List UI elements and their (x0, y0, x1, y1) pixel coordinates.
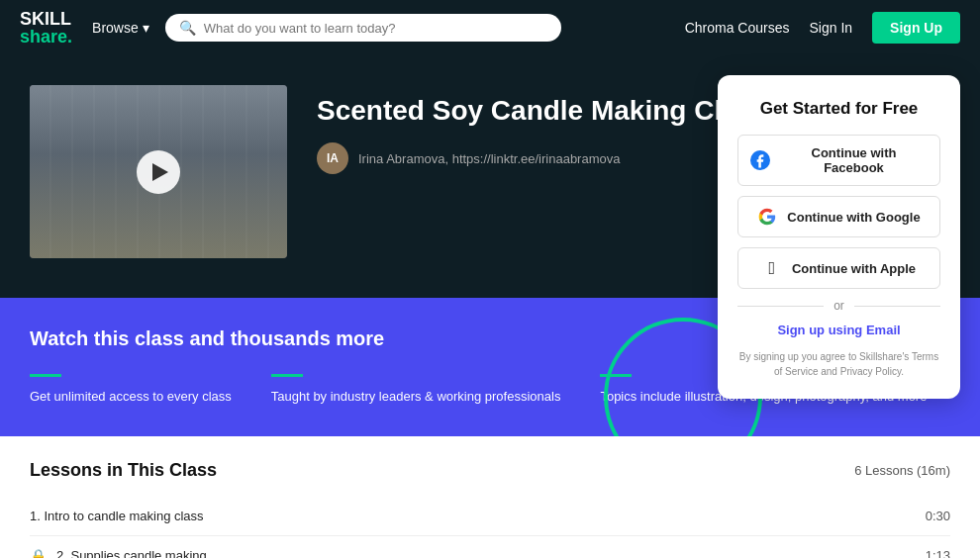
lessons-section: Lessons in This Class 6 Lessons (16m) 1.… (0, 436, 980, 559)
lesson-duration-2: 1:13 (926, 548, 950, 558)
instructor-name: Irina Abramova, https://linktr.ee/irinaa… (358, 151, 620, 166)
lesson-item-1: 1. Intro to candle making class 0:30 (30, 497, 950, 536)
facebook-icon (750, 150, 770, 170)
benefit-item-2: Taught by industry leaders & working pro… (271, 374, 561, 407)
card-title: Get Started for Free (737, 99, 940, 119)
google-icon (757, 207, 777, 227)
terms-text: By signing up you agree to Skillshare's … (737, 349, 940, 379)
video-thumbnail[interactable] (30, 85, 287, 258)
apple-button[interactable]:  Continue with Apple (737, 247, 940, 289)
avatar: IA (317, 142, 348, 174)
facebook-button[interactable]: Continue with Facebook (737, 135, 940, 186)
search-icon: 🔍 (179, 20, 196, 36)
terms-middle: and (818, 366, 839, 377)
nav-right: Chroma Courses Sign In Sign Up (685, 12, 960, 44)
logo-line2: share. (20, 28, 72, 46)
lock-icon: 🔒 (30, 548, 47, 559)
terms-prefix: By signing up you agree to Skillshare's (739, 351, 912, 362)
chroma-courses-link[interactable]: Chroma Courses (685, 20, 790, 36)
lesson-item-2: 🔒 2. Supplies candle making 1:13 (30, 536, 950, 559)
search-bar: 🔍 (165, 14, 561, 42)
apple-icon:  (762, 258, 782, 278)
benefit-line-3 (600, 374, 632, 377)
benefit-text-1: Get unlimited access to every class (30, 387, 232, 407)
navbar: SKILL share. Browse ▾ 🔍 Chroma Courses S… (0, 0, 980, 55)
play-button[interactable] (137, 150, 180, 194)
google-btn-label: Continue with Google (787, 210, 920, 225)
hero-section: Scented Soy Candle Making Class IA Irina… (0, 55, 980, 298)
lessons-header: Lessons in This Class 6 Lessons (16m) (30, 460, 950, 481)
sign-up-button[interactable]: Sign Up (872, 12, 960, 44)
or-divider: or (737, 299, 940, 313)
chevron-down-icon: ▾ (143, 20, 149, 36)
lesson-title-2: Supplies candle making (70, 548, 206, 558)
facebook-btn-label: Continue with Facebook (780, 145, 928, 175)
logo: SKILL share. (20, 10, 72, 46)
browse-button[interactable]: Browse ▾ (92, 20, 149, 36)
benefit-text-2: Taught by industry leaders & working pro… (271, 387, 561, 407)
google-button[interactable]: Continue with Google (737, 196, 940, 237)
email-signup-link[interactable]: Sign up using Email (737, 323, 940, 337)
or-label: or (833, 299, 844, 313)
logo-line1: SKILL (20, 10, 72, 28)
benefit-item-1: Get unlimited access to every class (30, 374, 232, 407)
sign-in-button[interactable]: Sign In (810, 20, 853, 36)
apple-btn-label: Continue with Apple (792, 261, 916, 276)
lesson-title-1: Intro to candle making class (44, 509, 203, 523)
lessons-title: Lessons in This Class (30, 460, 217, 481)
lessons-count: 6 Lessons (16m) (854, 463, 950, 478)
lesson-name-2: 2. Supplies candle making (56, 548, 207, 558)
privacy-policy-link[interactable]: Privacy Policy. (840, 366, 904, 377)
lesson-number-2: 2. (56, 548, 67, 558)
browse-label: Browse (92, 20, 139, 36)
lesson-duration-1: 0:30 (926, 509, 950, 523)
benefit-line-2 (271, 374, 303, 377)
benefit-line-1 (30, 374, 61, 377)
search-input[interactable] (204, 21, 547, 36)
lesson-number-1: 1. (30, 509, 41, 523)
lesson-name-1: 1. Intro to candle making class (30, 509, 204, 523)
lesson-left-2: 🔒 2. Supplies candle making (30, 548, 207, 559)
signup-card: Get Started for Free Continue with Faceb… (718, 75, 960, 399)
lesson-left-1: 1. Intro to candle making class (30, 509, 204, 523)
